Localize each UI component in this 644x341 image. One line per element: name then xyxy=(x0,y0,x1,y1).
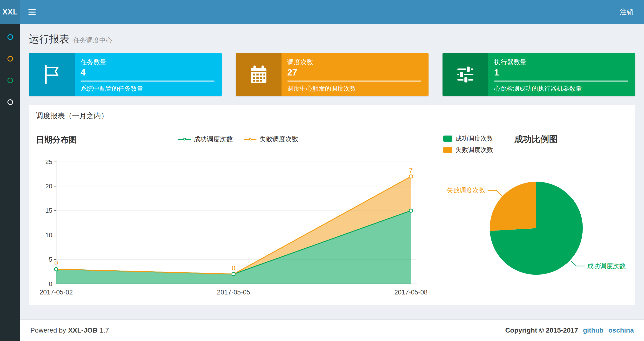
swatch-icon xyxy=(443,147,452,153)
pie-legend-item-success[interactable]: 成功调度次数 xyxy=(443,134,493,143)
app-wrapper: 运行报表 任务调度中心 任务数量 4 系统中配置的任务数量 xyxy=(0,24,644,341)
legend-label: 失败调度次数 xyxy=(456,146,493,154)
main-content: 运行报表 任务调度中心 任务数量 4 系统中配置的任务数量 xyxy=(20,24,644,341)
copyright-text: Copyright © 2015-2017 xyxy=(505,326,578,334)
info-box-executors: 执行器数量 1 心跳检测成功的执行器机器数量 xyxy=(442,53,635,96)
info-box-number: 1 xyxy=(494,68,628,78)
calendar-icon xyxy=(236,53,282,96)
oschina-link[interactable]: oschina xyxy=(608,326,634,334)
date-distribution-chart: 05101520252017-05-022017-05-052017-05-08… xyxy=(36,150,436,300)
sliders-icon xyxy=(442,53,488,96)
svg-text:0: 0 xyxy=(54,259,58,267)
sidebar-menu-item-3[interactable] xyxy=(0,76,20,84)
page-subtitle: 任务调度中心 xyxy=(73,36,112,45)
line-chart-title: 日期分布图 xyxy=(36,135,77,144)
sidebar-menu-item-1[interactable] xyxy=(0,33,20,41)
page-footer: Powered by XXL-JOB 1.7 Copyright © 2015-… xyxy=(20,319,644,341)
svg-text:5: 5 xyxy=(49,256,52,263)
pie-chart-title: 成功比例图 xyxy=(514,134,558,144)
line-marker-icon xyxy=(178,137,191,142)
info-box-triggers: 调度次数 27 调度中心触发的调度次数 xyxy=(236,53,428,96)
pie-legend-item-fail[interactable]: 失败调度次数 xyxy=(443,146,493,154)
page-title: 运行报表 xyxy=(29,32,70,46)
svg-text:0: 0 xyxy=(232,264,235,272)
flag-icon xyxy=(29,53,75,96)
report-panel: 调度报表（一月之内） 日期分布图 成功调度次数 失败调 xyxy=(29,105,635,305)
svg-text:20: 20 xyxy=(45,183,52,190)
info-box-number: 4 xyxy=(80,68,214,78)
product-version: 1.7 xyxy=(100,326,109,334)
info-box-progress-bar xyxy=(287,81,421,82)
svg-text:成功调度次数: 成功调度次数 xyxy=(587,262,626,270)
info-box-description: 调度中心触发的调度次数 xyxy=(287,84,421,93)
legend-label: 失败调度次数 xyxy=(259,135,298,144)
top-navbar: XXL 注销 xyxy=(0,0,644,24)
svg-text:25: 25 xyxy=(45,158,52,165)
powered-by: Powered by XXL-JOB 1.7 xyxy=(30,326,109,334)
sidebar-toggle-button[interactable] xyxy=(20,0,44,24)
info-box-progress-bar xyxy=(80,81,214,82)
navbar-body: 注销 xyxy=(20,0,644,24)
svg-text:2017-05-08: 2017-05-08 xyxy=(394,289,428,296)
circle-icon xyxy=(8,56,13,62)
panel-title: 调度报表（一月之内） xyxy=(29,105,635,127)
product-name: XXL-JOB xyxy=(68,326,97,334)
info-box-description: 系统中配置的任务数量 xyxy=(80,84,214,93)
info-box-title: 调度次数 xyxy=(287,58,421,67)
github-link[interactable]: github xyxy=(583,326,604,334)
svg-text:10: 10 xyxy=(45,231,52,239)
logout-link[interactable]: 注销 xyxy=(609,8,644,17)
info-box-progress-bar xyxy=(494,81,628,82)
swatch-icon xyxy=(443,136,452,142)
hamburger-icon xyxy=(28,9,36,10)
svg-text:7: 7 xyxy=(409,167,412,174)
date-distribution-section: 日期分布图 成功调度次数 失败调度次数 0510152 xyxy=(36,134,441,300)
line-marker-icon xyxy=(244,137,256,142)
info-box-tasks: 任务数量 4 系统中配置的任务数量 xyxy=(29,53,222,96)
svg-text:2017-05-02: 2017-05-02 xyxy=(40,289,73,296)
success-ratio-section: 成功调度次数 失败调度次数 成功比例图 成功调度次数失败调度次数 xyxy=(441,134,628,300)
legend-item-fail[interactable]: 失败调度次数 xyxy=(244,135,298,144)
line-chart-legend: 成功调度次数 失败调度次数 xyxy=(178,135,298,144)
legend-label: 成功调度次数 xyxy=(456,134,493,143)
circle-icon xyxy=(8,78,13,83)
sidebar xyxy=(0,24,20,341)
sidebar-menu-item-4[interactable] xyxy=(0,98,20,106)
stat-boxes-row: 任务数量 4 系统中配置的任务数量 xyxy=(20,53,644,96)
legend-item-success[interactable]: 成功调度次数 xyxy=(178,135,233,144)
pie-chart-legend: 成功调度次数 失败调度次数 xyxy=(443,134,493,154)
circle-icon xyxy=(8,99,13,105)
info-box-number: 27 xyxy=(287,68,421,78)
sidebar-menu-item-2[interactable] xyxy=(0,55,20,63)
circle-icon xyxy=(8,34,13,40)
svg-text:失败调度次数: 失败调度次数 xyxy=(447,187,486,194)
svg-text:15: 15 xyxy=(45,207,52,214)
svg-text:2017-05-05: 2017-05-05 xyxy=(217,289,250,296)
info-box-title: 执行器数量 xyxy=(494,58,628,67)
page-header: 运行报表 任务调度中心 xyxy=(20,24,644,53)
success-ratio-pie: 成功调度次数失败调度次数 xyxy=(443,155,628,297)
svg-text:0: 0 xyxy=(49,280,52,287)
info-box-title: 任务数量 xyxy=(80,58,214,67)
info-box-description: 心跳检测成功的执行器机器数量 xyxy=(494,84,628,93)
app-logo[interactable]: XXL xyxy=(0,0,20,24)
legend-label: 成功调度次数 xyxy=(194,135,233,144)
